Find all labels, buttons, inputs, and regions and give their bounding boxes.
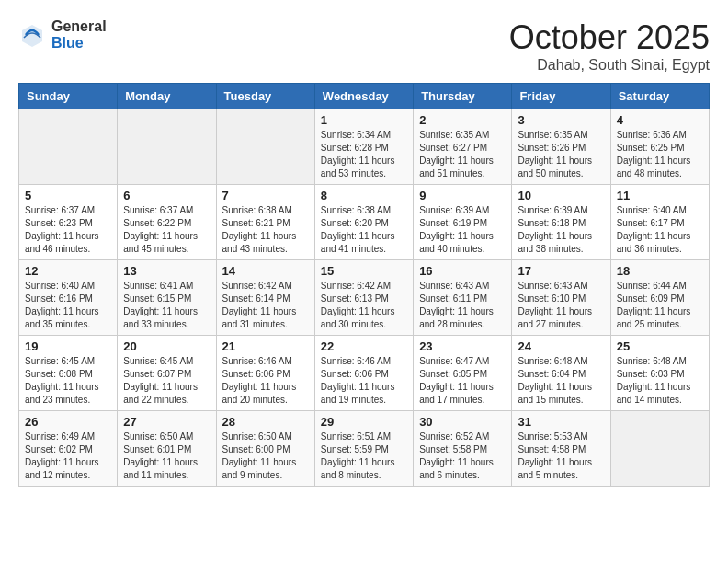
- day-info: Sunrise: 6:36 AM Sunset: 6:25 PM Dayligh…: [617, 129, 703, 180]
- day-number: 28: [222, 415, 309, 429]
- calendar-cell: 6Sunrise: 6:37 AM Sunset: 6:22 PM Daylig…: [118, 185, 216, 260]
- logo-text: General Blue: [51, 18, 107, 51]
- calendar-cell: [216, 109, 314, 185]
- day-info: Sunrise: 6:43 AM Sunset: 6:11 PM Dayligh…: [419, 280, 506, 331]
- calendar-cell: 3Sunrise: 6:35 AM Sunset: 6:26 PM Daylig…: [512, 109, 610, 185]
- day-number: 14: [222, 264, 309, 278]
- calendar-cell: 18Sunrise: 6:44 AM Sunset: 6:09 PM Dayli…: [610, 260, 709, 336]
- day-number: 4: [617, 113, 703, 127]
- calendar-cell: 30Sunrise: 6:52 AM Sunset: 5:58 PM Dayli…: [414, 411, 512, 487]
- calendar-cell: 23Sunrise: 6:47 AM Sunset: 6:05 PM Dayli…: [414, 336, 512, 411]
- day-number: 25: [617, 339, 703, 353]
- logo: General Blue: [18, 18, 107, 51]
- day-info: Sunrise: 6:46 AM Sunset: 6:06 PM Dayligh…: [222, 355, 309, 407]
- calendar-cell: 11Sunrise: 6:40 AM Sunset: 6:17 PM Dayli…: [610, 185, 709, 260]
- calendar-cell: 28Sunrise: 6:50 AM Sunset: 6:00 PM Dayli…: [216, 411, 314, 487]
- calendar-cell: 12Sunrise: 6:40 AM Sunset: 6:16 PM Dayli…: [19, 260, 118, 336]
- logo-icon: [18, 21, 46, 49]
- calendar-cell: 29Sunrise: 6:51 AM Sunset: 5:59 PM Dayli…: [314, 411, 413, 487]
- day-header-sunday: Sunday: [19, 84, 118, 109]
- day-number: 26: [25, 415, 111, 429]
- calendar-cell: 17Sunrise: 6:43 AM Sunset: 6:10 PM Dayli…: [512, 260, 610, 336]
- logo-general-text: General: [51, 18, 107, 35]
- day-info: Sunrise: 6:48 AM Sunset: 6:03 PM Dayligh…: [617, 355, 703, 407]
- day-header-monday: Monday: [118, 84, 216, 109]
- day-header-tuesday: Tuesday: [216, 84, 314, 109]
- calendar-cell: 21Sunrise: 6:46 AM Sunset: 6:06 PM Dayli…: [216, 336, 314, 411]
- calendar-cell: 8Sunrise: 6:38 AM Sunset: 6:20 PM Daylig…: [314, 185, 413, 260]
- day-number: 7: [222, 189, 309, 202]
- day-number: 23: [419, 339, 506, 353]
- day-number: 1: [321, 113, 407, 127]
- day-number: 2: [419, 113, 506, 127]
- day-info: Sunrise: 6:38 AM Sunset: 6:21 PM Dayligh…: [222, 204, 309, 256]
- calendar-cell: 9Sunrise: 6:39 AM Sunset: 6:19 PM Daylig…: [414, 185, 512, 260]
- day-info: Sunrise: 6:37 AM Sunset: 6:22 PM Dayligh…: [123, 204, 210, 256]
- calendar-table: SundayMondayTuesdayWednesdayThursdayFrid…: [18, 83, 710, 487]
- day-info: Sunrise: 6:52 AM Sunset: 5:58 PM Dayligh…: [419, 431, 506, 482]
- day-number: 21: [222, 339, 309, 353]
- day-header-saturday: Saturday: [610, 84, 709, 109]
- day-info: Sunrise: 6:49 AM Sunset: 6:02 PM Dayligh…: [25, 431, 111, 482]
- day-info: Sunrise: 6:37 AM Sunset: 6:23 PM Dayligh…: [25, 204, 111, 256]
- calendar-cell: 24Sunrise: 6:48 AM Sunset: 6:04 PM Dayli…: [512, 336, 610, 411]
- day-info: Sunrise: 6:41 AM Sunset: 6:15 PM Dayligh…: [123, 280, 210, 331]
- day-number: 27: [123, 415, 210, 429]
- calendar-cell: 13Sunrise: 6:41 AM Sunset: 6:15 PM Dayli…: [118, 260, 216, 336]
- day-info: Sunrise: 6:34 AM Sunset: 6:28 PM Dayligh…: [321, 129, 407, 180]
- week-row-5: 26Sunrise: 6:49 AM Sunset: 6:02 PM Dayli…: [19, 411, 710, 487]
- day-header-friday: Friday: [512, 84, 610, 109]
- days-header-row: SundayMondayTuesdayWednesdayThursdayFrid…: [19, 84, 710, 109]
- calendar-cell: [118, 109, 216, 185]
- week-row-2: 5Sunrise: 6:37 AM Sunset: 6:23 PM Daylig…: [19, 185, 710, 260]
- day-info: Sunrise: 6:39 AM Sunset: 6:19 PM Dayligh…: [419, 204, 506, 256]
- title-area: October 2025 Dahab, South Sinai, Egypt: [509, 18, 710, 74]
- page-header: General Blue October 2025 Dahab, South S…: [18, 18, 710, 74]
- calendar-cell: 20Sunrise: 6:45 AM Sunset: 6:07 PM Dayli…: [118, 336, 216, 411]
- month-title: October 2025: [509, 18, 710, 57]
- day-number: 19: [25, 339, 111, 353]
- calendar-cell: 4Sunrise: 6:36 AM Sunset: 6:25 PM Daylig…: [610, 109, 709, 185]
- location: Dahab, South Sinai, Egypt: [509, 57, 710, 74]
- day-header-thursday: Thursday: [414, 84, 512, 109]
- day-number: 5: [25, 189, 111, 202]
- day-number: 15: [321, 264, 407, 278]
- week-row-4: 19Sunrise: 6:45 AM Sunset: 6:08 PM Dayli…: [19, 336, 710, 411]
- logo-blue-text: Blue: [51, 35, 107, 52]
- day-number: 6: [123, 189, 210, 202]
- day-info: Sunrise: 6:48 AM Sunset: 6:04 PM Dayligh…: [518, 355, 604, 407]
- calendar-cell: [19, 109, 118, 185]
- calendar-cell: 16Sunrise: 6:43 AM Sunset: 6:11 PM Dayli…: [414, 260, 512, 336]
- day-info: Sunrise: 6:42 AM Sunset: 6:13 PM Dayligh…: [321, 280, 407, 331]
- day-info: Sunrise: 6:38 AM Sunset: 6:20 PM Dayligh…: [321, 204, 407, 256]
- day-info: Sunrise: 6:50 AM Sunset: 6:01 PM Dayligh…: [123, 431, 210, 482]
- calendar-cell: 10Sunrise: 6:39 AM Sunset: 6:18 PM Dayli…: [512, 185, 610, 260]
- day-number: 31: [518, 415, 604, 429]
- day-info: Sunrise: 6:42 AM Sunset: 6:14 PM Dayligh…: [222, 280, 309, 331]
- day-info: Sunrise: 6:35 AM Sunset: 6:27 PM Dayligh…: [419, 129, 506, 180]
- calendar-cell: 15Sunrise: 6:42 AM Sunset: 6:13 PM Dayli…: [314, 260, 413, 336]
- calendar-cell: 22Sunrise: 6:46 AM Sunset: 6:06 PM Dayli…: [314, 336, 413, 411]
- day-info: Sunrise: 6:46 AM Sunset: 6:06 PM Dayligh…: [321, 355, 407, 407]
- week-row-1: 1Sunrise: 6:34 AM Sunset: 6:28 PM Daylig…: [19, 109, 710, 185]
- day-number: 22: [321, 339, 407, 353]
- calendar-cell: 2Sunrise: 6:35 AM Sunset: 6:27 PM Daylig…: [414, 109, 512, 185]
- day-number: 29: [321, 415, 407, 429]
- day-info: Sunrise: 6:35 AM Sunset: 6:26 PM Dayligh…: [518, 129, 604, 180]
- day-number: 10: [518, 189, 604, 202]
- day-info: Sunrise: 5:53 AM Sunset: 4:58 PM Dayligh…: [518, 431, 604, 482]
- day-info: Sunrise: 6:43 AM Sunset: 6:10 PM Dayligh…: [518, 280, 604, 331]
- calendar-cell: 1Sunrise: 6:34 AM Sunset: 6:28 PM Daylig…: [314, 109, 413, 185]
- day-header-wednesday: Wednesday: [314, 84, 413, 109]
- day-info: Sunrise: 6:45 AM Sunset: 6:08 PM Dayligh…: [25, 355, 111, 407]
- day-number: 3: [518, 113, 604, 127]
- calendar-cell: 19Sunrise: 6:45 AM Sunset: 6:08 PM Dayli…: [19, 336, 118, 411]
- day-number: 18: [617, 264, 703, 278]
- day-number: 12: [25, 264, 111, 278]
- day-info: Sunrise: 6:50 AM Sunset: 6:00 PM Dayligh…: [222, 431, 309, 482]
- week-row-3: 12Sunrise: 6:40 AM Sunset: 6:16 PM Dayli…: [19, 260, 710, 336]
- day-number: 13: [123, 264, 210, 278]
- calendar-cell: 27Sunrise: 6:50 AM Sunset: 6:01 PM Dayli…: [118, 411, 216, 487]
- day-number: 17: [518, 264, 604, 278]
- day-info: Sunrise: 6:44 AM Sunset: 6:09 PM Dayligh…: [617, 280, 703, 331]
